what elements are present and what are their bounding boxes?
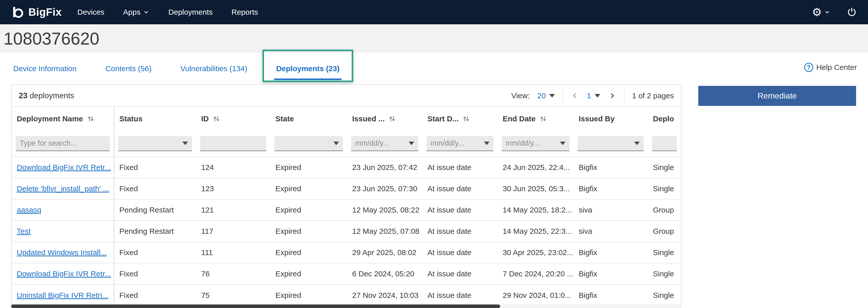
nav-label: Apps [123,8,141,17]
deployment-name-search-input[interactable] [16,136,110,151]
tab-device-information[interactable]: Device Information [11,55,79,80]
deployment-type-filter-input[interactable] [652,136,677,151]
cell-status: Fixed [114,263,196,284]
cell-deployment-name: Download BigFix IVR Retr... [12,157,114,178]
col-label: Start D... [427,115,459,123]
help-center-link[interactable]: ? Help Center [804,63,857,72]
cell-issued-by: Bigfix [574,157,648,178]
issued-date-filter[interactable]: mm/dd/y... [351,136,418,151]
cell-issued-date: 23 Jun 2025, 07:30 [347,178,422,199]
cell-status: Fixed [114,242,196,263]
cell-status: Fixed [114,157,196,178]
filter-row: mm/dd/y... mm/dd/y... mm/dd/y... [12,131,681,157]
bigfix-logo[interactable]: BigFix [11,6,62,19]
table-row: Uninstall BigFix IVR Retri... Fixed 75 E… [12,284,681,306]
tab-deployments[interactable]: Deployments (23) [274,55,342,80]
nav-label: Reports [231,8,258,17]
end-date-filter[interactable]: mm/dd/y... [502,136,569,151]
nav-item-devices[interactable]: Devices [77,8,104,17]
table-toolbar: 23 deployments View: 20 1 1 of 2 pages [12,85,681,107]
col-deployment-type[interactable]: Deplo [648,107,681,131]
deployment-name-link[interactable]: Updated Windows Install... [17,248,107,256]
col-state[interactable]: State [270,107,347,131]
cell-issued-date: 27 Nov 2024, 10:03 [347,284,422,306]
nav-item-apps[interactable]: Apps [123,8,150,17]
deployment-name-link[interactable]: Download BigFix IVR Retr... [17,163,111,172]
nav-item-reports[interactable]: Reports [231,8,258,17]
sort-icon[interactable] [87,115,95,123]
deployment-name-link[interactable]: Download BigFix IVR Retr... [17,270,111,278]
id-filter-input[interactable] [200,136,266,151]
remediate-button[interactable]: Remediate [698,86,856,106]
gear-icon: ⚙ [812,7,822,18]
page-number-select[interactable]: 1 [587,91,600,100]
col-label: ID [201,115,209,123]
cell-start-date: At issue date [422,242,498,263]
status-filter-select[interactable] [118,136,192,151]
page-size-select[interactable]: 20 [537,91,555,100]
deployments-count: 23 deployments [19,91,74,100]
cell-deployment-name: Test [12,221,114,242]
deployment-name-link[interactable]: Test [17,227,31,235]
col-end-date[interactable]: End Date [498,107,574,131]
sort-icon[interactable] [539,115,547,123]
cell-end-date: 30 Jun 2025, 05:3... [498,178,574,199]
deployment-name-link[interactable]: Uninstall BigFix IVR Retri... [17,291,108,299]
topbar-right: ⚙ [812,7,857,18]
power-icon[interactable] [847,7,857,17]
previous-page-button[interactable] [570,91,579,100]
col-deployment-name[interactable]: Deployment Name [12,107,114,131]
horizontal-scrollbar-track[interactable] [11,304,682,308]
col-issued-by[interactable]: Issued By [574,107,648,131]
dropdown-caret-icon [634,142,640,145]
sort-icon[interactable] [462,115,470,123]
sort-icon[interactable] [388,115,396,123]
horizontal-scrollbar-thumb[interactable] [11,304,500,308]
date-placeholder: mm/dd/y... [506,139,539,147]
cell-id: 111 [196,242,270,263]
dropdown-caret-icon [595,94,600,97]
deployment-name-link[interactable]: aasasq [17,206,41,214]
sort-icon[interactable] [212,115,220,123]
date-placeholder: mm/dd/y... [355,139,389,147]
col-start-date[interactable]: Start D... [422,107,498,131]
deployment-name-link[interactable]: Delete 'bfivr_install_path' ... [17,184,109,193]
issued-by-filter-select[interactable] [578,136,644,151]
state-filter-select[interactable] [274,136,343,151]
divider [624,89,624,102]
cell-start-date: At issue date [422,263,498,284]
main-nav: Devices Apps Deployments Reports [77,8,258,17]
cell-start-date: At issue date [422,157,498,178]
cell-state: Expired [270,178,347,199]
cell-deployment-type: Single [648,284,681,306]
dropdown-caret-icon [333,142,339,145]
table-row: Delete 'bfivr_install_path' ... Fixed 12… [12,178,681,199]
cell-issued-date: 12 May 2025, 08:22 [347,199,422,221]
nav-item-deployments[interactable]: Deployments [168,8,213,17]
tab-label: Vulnerabilities (134) [180,64,247,73]
table-row: Updated Windows Install... Fixed 111 Exp… [12,242,681,263]
pages-label: 1 of 2 pages [632,91,674,100]
cell-issued-by: siva [574,199,648,221]
col-status[interactable]: Status [114,107,196,131]
next-page-button[interactable] [608,91,616,100]
chevron-down-icon [143,9,150,16]
settings-menu[interactable]: ⚙ [812,7,831,18]
cell-id: 124 [196,157,270,178]
top-navbar: BigFix Devices Apps Deployments Reports … [0,0,868,24]
tab-label: Contents (56) [105,64,152,73]
col-label: End Date [503,115,536,123]
tab-contents[interactable]: Contents (56) [103,55,154,80]
cell-id: 121 [196,199,270,221]
cell-end-date: 29 Nov 2024, 01:0... [498,284,574,306]
col-label: Status [119,115,143,123]
chevron-down-icon [824,9,831,16]
col-label: Deployment Name [17,115,83,123]
col-id[interactable]: ID [196,107,270,131]
table-row: aasasq Pending Restart 121 Expired 12 Ma… [12,199,681,221]
table-row: Download BigFix IVR Retr... Fixed 76 Exp… [12,263,681,284]
tab-vulnerabilities[interactable]: Vulnerabilities (134) [178,55,249,80]
col-label: Issued ... [352,115,384,123]
start-date-filter[interactable]: mm/dd/y... [426,136,494,151]
col-issued-date[interactable]: Issued ... [347,107,422,131]
